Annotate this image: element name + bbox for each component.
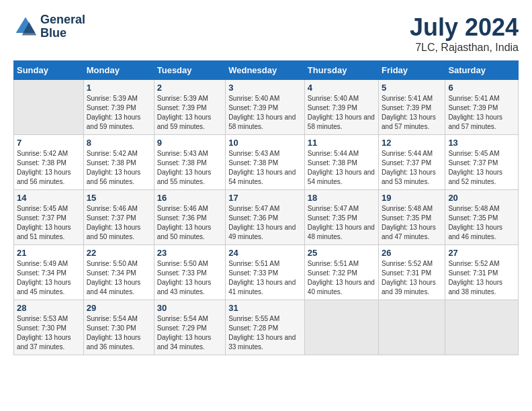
calendar-cell: 10Sunrise: 5:43 AMSunset: 7:38 PMDayligh… [226, 135, 305, 190]
calendar-cell: 19Sunrise: 5:48 AMSunset: 7:35 PMDayligh… [379, 190, 445, 245]
logo-text: General Blue [40, 13, 85, 40]
day-number: 9 [157, 138, 222, 148]
day-info: Sunrise: 5:40 AMSunset: 7:39 PMDaylight:… [228, 95, 296, 130]
day-number: 26 [382, 248, 442, 258]
day-number: 27 [448, 248, 515, 258]
day-info: Sunrise: 5:40 AMSunset: 7:39 PMDaylight:… [308, 95, 375, 130]
day-number: 10 [228, 138, 302, 148]
calendar-cell: 12Sunrise: 5:44 AMSunset: 7:37 PMDayligh… [379, 135, 445, 190]
day-info: Sunrise: 5:54 AMSunset: 7:29 PMDaylight:… [157, 315, 212, 351]
day-number: 13 [448, 138, 515, 148]
day-number: 16 [157, 193, 222, 203]
calendar-cell: 18Sunrise: 5:47 AMSunset: 7:35 PMDayligh… [304, 190, 378, 245]
day-number: 7 [17, 138, 81, 148]
day-number: 28 [17, 303, 81, 313]
day-number: 11 [308, 138, 375, 148]
day-info: Sunrise: 5:47 AMSunset: 7:36 PMDaylight:… [228, 205, 296, 240]
day-info: Sunrise: 5:46 AMSunset: 7:36 PMDaylight:… [157, 205, 212, 240]
calendar-cell: 26Sunrise: 5:52 AMSunset: 7:31 PMDayligh… [379, 245, 445, 300]
calendar-cell: 27Sunrise: 5:52 AMSunset: 7:31 PMDayligh… [445, 245, 519, 300]
logo-icon [13, 15, 38, 39]
calendar-cell: 4Sunrise: 5:40 AMSunset: 7:39 PMDaylight… [304, 80, 378, 135]
calendar-cell: 2Sunrise: 5:39 AMSunset: 7:39 PMDaylight… [154, 80, 225, 135]
weekday-header: Wednesday [226, 61, 305, 80]
day-number: 30 [157, 303, 222, 313]
day-number: 15 [87, 193, 151, 203]
day-info: Sunrise: 5:50 AMSunset: 7:34 PMDaylight:… [87, 260, 141, 295]
day-info: Sunrise: 5:45 AMSunset: 7:37 PMDaylight:… [448, 150, 502, 185]
weekday-header: Tuesday [154, 61, 225, 80]
calendar-cell: 23Sunrise: 5:50 AMSunset: 7:33 PMDayligh… [154, 245, 225, 300]
calendar-cell: 8Sunrise: 5:42 AMSunset: 7:38 PMDaylight… [83, 135, 154, 190]
day-number: 22 [87, 248, 151, 258]
day-info: Sunrise: 5:48 AMSunset: 7:35 PMDaylight:… [382, 205, 436, 240]
day-number: 17 [228, 193, 302, 203]
day-info: Sunrise: 5:41 AMSunset: 7:39 PMDaylight:… [382, 95, 436, 130]
day-info: Sunrise: 5:48 AMSunset: 7:35 PMDaylight:… [448, 205, 502, 240]
day-info: Sunrise: 5:50 AMSunset: 7:33 PMDaylight:… [157, 260, 212, 295]
day-info: Sunrise: 5:47 AMSunset: 7:35 PMDaylight:… [308, 205, 375, 240]
day-number: 12 [382, 138, 442, 148]
calendar-table: SundayMondayTuesdayWednesdayThursdayFrid… [13, 60, 519, 355]
weekday-header: Friday [379, 61, 445, 80]
calendar-cell: 11Sunrise: 5:44 AMSunset: 7:38 PMDayligh… [304, 135, 378, 190]
calendar-cell: 14Sunrise: 5:45 AMSunset: 7:37 PMDayligh… [14, 190, 84, 245]
day-number: 2 [157, 83, 222, 93]
calendar-cell: 7Sunrise: 5:42 AMSunset: 7:38 PMDaylight… [14, 135, 84, 190]
calendar-cell: 6Sunrise: 5:41 AMSunset: 7:39 PMDaylight… [445, 80, 519, 135]
day-info: Sunrise: 5:41 AMSunset: 7:39 PMDaylight:… [448, 95, 502, 130]
page-header: General Blue July 2024 7LC, Rajasthan, I… [13, 13, 519, 54]
calendar-cell: 5Sunrise: 5:41 AMSunset: 7:39 PMDaylight… [379, 80, 445, 135]
day-info: Sunrise: 5:53 AMSunset: 7:30 PMDaylight:… [17, 315, 71, 351]
calendar-cell: 17Sunrise: 5:47 AMSunset: 7:36 PMDayligh… [226, 190, 305, 245]
day-number: 6 [448, 83, 515, 93]
day-info: Sunrise: 5:54 AMSunset: 7:30 PMDaylight:… [87, 315, 141, 351]
day-info: Sunrise: 5:39 AMSunset: 7:39 PMDaylight:… [87, 95, 141, 130]
calendar-cell: 9Sunrise: 5:43 AMSunset: 7:38 PMDaylight… [154, 135, 225, 190]
calendar-cell: 15Sunrise: 5:46 AMSunset: 7:37 PMDayligh… [83, 190, 154, 245]
day-info: Sunrise: 5:51 AMSunset: 7:33 PMDaylight:… [228, 260, 296, 295]
day-number: 19 [382, 193, 442, 203]
day-info: Sunrise: 5:42 AMSunset: 7:38 PMDaylight:… [17, 150, 71, 185]
calendar-week-row: 28Sunrise: 5:53 AMSunset: 7:30 PMDayligh… [14, 300, 519, 355]
day-info: Sunrise: 5:43 AMSunset: 7:38 PMDaylight:… [157, 150, 212, 185]
day-number: 23 [157, 248, 222, 258]
day-number: 24 [228, 248, 302, 258]
month-title: July 2024 [410, 13, 519, 42]
day-info: Sunrise: 5:44 AMSunset: 7:38 PMDaylight:… [308, 150, 375, 185]
calendar-cell: 30Sunrise: 5:54 AMSunset: 7:29 PMDayligh… [154, 300, 225, 355]
day-info: Sunrise: 5:45 AMSunset: 7:37 PMDaylight:… [17, 205, 71, 240]
day-number: 25 [308, 248, 375, 258]
day-number: 20 [448, 193, 515, 203]
day-number: 1 [87, 83, 151, 93]
calendar-cell: 25Sunrise: 5:51 AMSunset: 7:32 PMDayligh… [304, 245, 378, 300]
day-number: 3 [228, 83, 302, 93]
day-info: Sunrise: 5:46 AMSunset: 7:37 PMDaylight:… [87, 205, 141, 240]
day-number: 18 [308, 193, 375, 203]
weekday-header: Sunday [14, 61, 84, 80]
calendar-week-row: 1Sunrise: 5:39 AMSunset: 7:39 PMDaylight… [14, 80, 519, 135]
day-number: 31 [228, 303, 302, 313]
day-number: 5 [382, 83, 442, 93]
calendar-week-row: 14Sunrise: 5:45 AMSunset: 7:37 PMDayligh… [14, 190, 519, 245]
calendar-cell [445, 300, 519, 355]
day-info: Sunrise: 5:39 AMSunset: 7:39 PMDaylight:… [157, 95, 212, 130]
calendar-cell: 16Sunrise: 5:46 AMSunset: 7:36 PMDayligh… [154, 190, 225, 245]
day-info: Sunrise: 5:43 AMSunset: 7:38 PMDaylight:… [228, 150, 296, 185]
day-info: Sunrise: 5:49 AMSunset: 7:34 PMDaylight:… [17, 260, 71, 295]
day-number: 8 [87, 138, 151, 148]
day-info: Sunrise: 5:44 AMSunset: 7:37 PMDaylight:… [382, 150, 436, 185]
weekday-header-row: SundayMondayTuesdayWednesdayThursdayFrid… [14, 61, 519, 80]
day-info: Sunrise: 5:51 AMSunset: 7:32 PMDaylight:… [308, 260, 375, 295]
calendar-cell: 31Sunrise: 5:55 AMSunset: 7:28 PMDayligh… [226, 300, 305, 355]
calendar-week-row: 21Sunrise: 5:49 AMSunset: 7:34 PMDayligh… [14, 245, 519, 300]
calendar-cell: 1Sunrise: 5:39 AMSunset: 7:39 PMDaylight… [83, 80, 154, 135]
day-info: Sunrise: 5:52 AMSunset: 7:31 PMDaylight:… [382, 260, 436, 295]
day-info: Sunrise: 5:52 AMSunset: 7:31 PMDaylight:… [448, 260, 502, 295]
calendar-cell: 20Sunrise: 5:48 AMSunset: 7:35 PMDayligh… [445, 190, 519, 245]
day-number: 21 [17, 248, 81, 258]
calendar-cell: 13Sunrise: 5:45 AMSunset: 7:37 PMDayligh… [445, 135, 519, 190]
weekday-header: Monday [83, 61, 154, 80]
day-number: 29 [87, 303, 151, 313]
day-info: Sunrise: 5:55 AMSunset: 7:28 PMDaylight:… [228, 315, 296, 351]
